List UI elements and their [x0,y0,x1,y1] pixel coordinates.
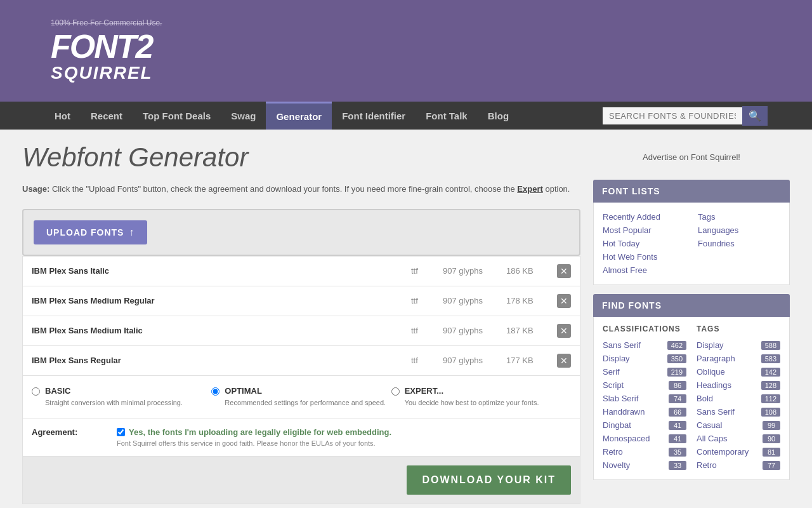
search-button[interactable]: 🔍 [742,106,768,126]
table-row: IBM Plex Sans Medium Regular ttf 907 gly… [22,286,580,316]
remove-font-button[interactable]: ✕ [557,264,571,278]
main-content: Webfont Generator Usage: Click the "Uplo… [22,142,580,504]
page-layout: Webfont Generator Usage: Click the "Uplo… [22,130,790,508]
expert-radio[interactable] [391,387,400,396]
find-fonts-box: FIND FONTS CLASSIFICATIONS Sans Serif 46… [593,294,790,480]
classification-link[interactable]: Retro [603,447,623,457]
tag-link[interactable]: Contemporary [697,447,749,457]
tag-link[interactable]: Headings [697,380,731,390]
tags-col: TAGS Display 588 Paragraph 583 Oblique 1… [697,324,780,472]
nav-item-top-font-deals[interactable]: Top Font Deals [133,102,221,130]
remove-font-button[interactable]: ✕ [557,324,571,338]
list-item[interactable]: Foundries [698,237,780,250]
classification-link[interactable]: Handdrawn [603,407,645,417]
classification-link[interactable]: Script [603,380,624,390]
classification-count: 35 [669,448,686,457]
list-item[interactable]: Hot Today [603,237,685,250]
list-item: Script 86 [603,378,686,392]
classification-link[interactable]: Serif [603,367,620,377]
nav-item-font-talk[interactable]: Font Talk [416,102,478,130]
tag-link[interactable]: Paragraph [697,354,735,363]
font-name: IBM Plex Sans Regular [32,356,411,365]
logo-line1: FONT2 [51,30,162,63]
font-type: ttf [411,296,443,305]
remove-font-button[interactable]: ✕ [557,294,571,308]
nav-item-swag[interactable]: Swag [221,102,266,130]
agreement-yes-text: Yes, the fonts I'm uploading are legally… [129,427,391,437]
list-item[interactable]: Most Popular [603,224,685,237]
upload-button-label: UPLOAD FONTS [46,227,124,237]
tag-link[interactable]: Sans Serif [697,407,735,417]
upload-section: UPLOAD FONTS ↑ [22,209,580,256]
list-item[interactable]: Languages [698,224,780,237]
font-lists-header: FONT LISTS [593,180,790,203]
list-item: Handdrawn 66 [603,405,686,418]
classification-link[interactable]: Display [603,354,630,363]
list-item: Dingbat 41 [603,418,686,432]
list-item: Paragraph 583 [697,352,780,365]
basic-radio[interactable] [32,387,40,396]
remove-font-button[interactable]: ✕ [557,354,571,368]
classification-link[interactable]: Slab Serif [603,394,638,403]
classification-link[interactable]: Sans Serif [603,340,641,350]
tag-link[interactable]: Display [697,340,724,350]
font-lists-grid: Recently AddedMost PopularHot TodayHot W… [603,210,780,277]
font-type: ttf [411,266,443,276]
font-lists-col1: Recently AddedMost PopularHot TodayHot W… [603,210,685,277]
tag-link[interactable]: All Caps [697,434,727,443]
nav-item-font-identifier[interactable]: Font Identifier [332,102,416,130]
classification-link[interactable]: Monospaced [603,434,650,443]
list-item: Retro 77 [697,458,780,472]
tag-link[interactable]: Casual [697,420,722,430]
list-item: Bold 112 [697,392,780,405]
tag-link[interactable]: Bold [697,394,713,403]
tag-link[interactable]: Retro [697,460,717,470]
upload-button[interactable]: UPLOAD FONTS ↑ [34,220,147,244]
usage-body: Click the "Upload Fonts" button, check t… [52,184,515,194]
list-item: Display 588 [697,338,780,352]
agreement-check: Yes, the fonts I'm uploading are legally… [117,427,391,447]
optimal-radio[interactable] [211,387,219,396]
classification-count: 41 [669,434,686,443]
classification-count: 66 [669,408,686,417]
agreement-checkbox[interactable] [117,428,125,436]
font-size: 177 KB [506,356,557,365]
upload-arrow-icon: ↑ [129,227,134,238]
nav-item-generator[interactable]: Generator [266,102,332,130]
font-glyphs: 907 glyphs [443,296,506,305]
nav-item-blog[interactable]: Blog [478,102,519,130]
tag-count: 112 [761,394,780,403]
list-item: All Caps 90 [697,432,780,445]
logo-area: 100% Free For Commercial Use. FONT2 SQUI… [51,18,162,83]
classification-link[interactable]: Dingbat [603,420,631,430]
site-header: 100% Free For Commercial Use. FONT2 SQUI… [0,0,812,102]
list-item[interactable]: Recently Added [603,210,685,224]
classification-count: 33 [669,461,686,470]
tag-count: 90 [763,434,780,443]
list-item: Retro 35 [603,445,686,458]
download-button[interactable]: DOWNLOAD YOUR KIT [407,465,571,495]
sidebar-ad: Advertise on Font Squirrel! [593,142,790,172]
font-lists-col2: TagsLanguagesFoundries [698,210,780,277]
tag-count: 77 [763,461,780,470]
classification-link[interactable]: Novelty [603,460,630,470]
expert-link[interactable]: Expert [517,184,542,194]
font-name: IBM Plex Sans Medium Italic [32,326,411,335]
nav-item-hot[interactable]: Hot [44,102,81,130]
main-nav: Hot Recent Top Font Deals Swag Generator… [0,102,812,130]
font-size: 186 KB [506,266,557,276]
options-row: BASIC Straight conversion with minimal p… [22,376,580,418]
usage-label: Usage: [22,184,49,194]
classification-count: 219 [667,368,686,377]
list-item[interactable]: Tags [698,210,780,224]
nav-item-recent[interactable]: Recent [81,102,133,130]
list-item[interactable]: Hot Web Fonts [603,250,685,264]
list-item: Headings 128 [697,378,780,392]
find-fonts-grid: CLASSIFICATIONS Sans Serif 462 Display 3… [603,324,780,472]
tag-link[interactable]: Oblique [697,367,725,377]
search-input[interactable] [603,107,742,124]
font-list: IBM Plex Sans Italic ttf 907 glyphs 186 … [22,256,580,376]
list-item[interactable]: Almost Free [603,264,685,277]
agreement-row: Agreement: Yes, the fonts I'm uploading … [22,418,580,457]
usage-suffix: option. [545,184,570,194]
